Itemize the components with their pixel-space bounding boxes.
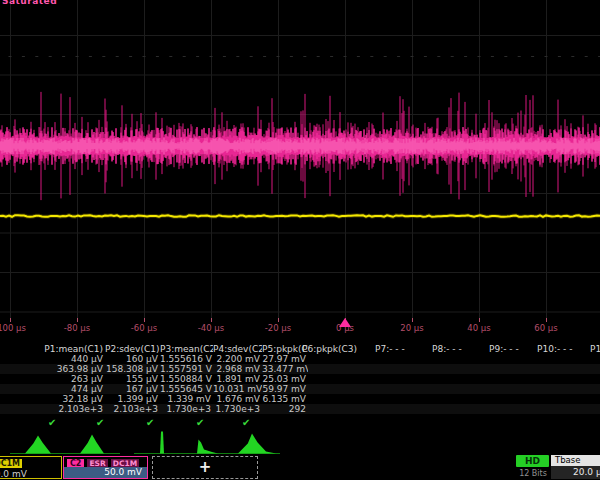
plus-icon: + <box>199 460 212 475</box>
c1-coupling-badge: DC1M <box>0 459 22 468</box>
channel-descriptor-c1[interactable]: DC1M 10.0 mV <box>0 456 62 479</box>
histicon-p4[interactable] <box>197 440 218 454</box>
histicon-p2[interactable] <box>80 435 104 454</box>
hd-bits-label: 12 Bits <box>512 469 554 478</box>
hd-mode-badge[interactable]: HD <box>516 455 549 467</box>
histicon-p3[interactable] <box>160 432 164 454</box>
add-trace-button[interactable]: + <box>152 456 258 479</box>
channel-descriptor-c2[interactable]: C2 ESR DC1M 50.0 mV <box>63 456 148 479</box>
oscilloscope-screen: Saturated -100 µs-80 µs-60 µs-40 µs-20 µ… <box>0 0 600 480</box>
parameter-histicons <box>0 0 600 480</box>
timebase-descriptor[interactable]: Tbase 20.0 µs <box>551 455 600 480</box>
c2-scale-value: 50.0 mV <box>64 467 147 478</box>
histicon-p1[interactable] <box>25 436 51 454</box>
tbase-label: Tbase <box>551 455 600 466</box>
c1-scale-value: 10.0 mV <box>0 469 27 479</box>
histicon-p5[interactable] <box>238 434 276 454</box>
tbase-value: 20.0 µs <box>551 466 600 479</box>
